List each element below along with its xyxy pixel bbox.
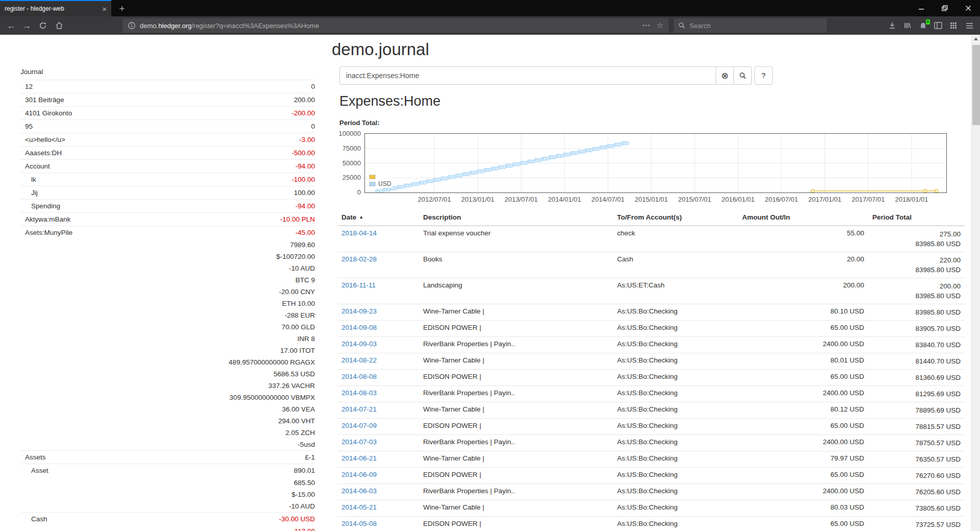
back-button[interactable]: ← (4, 18, 18, 33)
register-row[interactable]: 2014-08-22Wine-Tarner Cable |As:US:Bo:Ch… (337, 353, 965, 370)
chart-legend: USD (368, 173, 393, 188)
window-close-button[interactable] (957, 0, 980, 16)
register-row[interactable]: 2014-05-08EDISON POWER |As:US:Bo:Checkin… (337, 517, 965, 531)
window-restore-button[interactable] (933, 0, 957, 16)
transaction-date-link[interactable]: 2014-08-22 (341, 356, 377, 364)
account-balance: -288 EUR (285, 309, 315, 321)
sidebar-account-row[interactable]: Spending-94.00 (20, 199, 315, 212)
sidebar-account-row[interactable]: Assets£-1 (20, 450, 315, 464)
transaction-date-link[interactable]: 2014-05-08 (341, 520, 377, 527)
transaction-date-link[interactable]: 2014-07-03 (341, 438, 377, 446)
clear-query-button[interactable]: ⊗ (716, 66, 734, 85)
transaction-date-link[interactable]: 2014-08-03 (341, 389, 377, 397)
account-name[interactable]: Assets (20, 452, 46, 462)
transaction-date-link[interactable]: 2014-05-21 (341, 503, 377, 511)
register-row[interactable]: 2018-02-28BooksCash20.00220.0083985.80 U… (337, 252, 965, 278)
account-name[interactable]: lk (20, 175, 36, 184)
downloads-button[interactable] (886, 19, 899, 32)
transaction-date-link[interactable]: 2014-06-21 (341, 454, 377, 462)
register-row[interactable]: 2014-06-03RiverBank Properties | Payin..… (337, 484, 965, 500)
sidebar-account-row[interactable]: Jij100.00 (20, 186, 315, 199)
transaction-date-link[interactable]: 2014-09-08 (341, 324, 377, 331)
account-name[interactable]: Jij (20, 188, 38, 198)
register-row[interactable]: 2014-07-09EDISON POWER |As:US:Bo:Checkin… (337, 419, 965, 435)
transaction-date-link[interactable]: 2016-11-11 (341, 281, 376, 289)
sidebar-account-row[interactable]: lk-100.00 (20, 173, 315, 186)
sidebar-account-row[interactable]: Asets:MunyPile-45.00 (20, 226, 315, 239)
account-name[interactable]: 12 (20, 82, 33, 91)
transaction-description: Wine-Tarner Cable | (419, 304, 613, 321)
account-name[interactable]: Spending (20, 201, 60, 211)
sidebar-account-row[interactable]: Asset890.01 (20, 464, 315, 477)
transaction-date-link[interactable]: 2014-09-23 (341, 307, 377, 315)
transaction-date-link[interactable]: 2014-06-09 (341, 471, 377, 478)
register-row[interactable]: 2014-06-09EDISON POWER |As:US:Bo:Checkin… (337, 468, 965, 484)
site-info-icon[interactable] (128, 21, 136, 30)
browser-tab[interactable]: register - hledger-web × (0, 0, 111, 16)
sidebar-account-row[interactable]: 301 Beiträge200.00 (20, 93, 315, 106)
account-name[interactable]: 301 Beiträge (20, 95, 64, 105)
transaction-date-link[interactable]: 2018-04-14 (341, 229, 377, 237)
home-button[interactable] (52, 18, 66, 33)
bookmark-star-icon[interactable]: ☆ (657, 21, 664, 30)
account-name[interactable]: Account (20, 161, 50, 171)
account-balance: -45.00 (296, 228, 315, 237)
search-submit-button[interactable] (733, 66, 752, 85)
browser-search-field[interactable]: Search (674, 18, 827, 33)
menu-button[interactable] (963, 19, 976, 32)
register-row[interactable]: 2014-09-23Wine-Tarner Cable |As:US:Bo:Ch… (337, 304, 965, 321)
register-row[interactable]: 2014-07-21Wine-Tarner Cable |As:US:Bo:Ch… (337, 402, 965, 419)
transaction-date-link[interactable]: 2014-07-21 (341, 405, 377, 413)
sidebar-account-row[interactable]: Aaasets:DH-500.00 (20, 146, 315, 159)
account-name[interactable]: Aaasets:DH (20, 148, 62, 158)
page-scrollbar[interactable] (971, 35, 980, 531)
reload-button[interactable] (36, 18, 50, 33)
window-minimize-button[interactable] (910, 0, 933, 16)
account-name[interactable]: 95 (20, 122, 33, 131)
account-name[interactable]: 4101 Girokonto (20, 108, 72, 118)
scrollbar-thumb[interactable] (972, 45, 980, 125)
query-input[interactable] (339, 66, 716, 85)
forward-button[interactable]: → (19, 18, 34, 33)
sidebar-account-row[interactable]: Aktywa:mBank-10.00 PLN (20, 212, 315, 226)
register-row[interactable]: 2014-08-03RiverBank Properties | Payin..… (337, 386, 965, 402)
transaction-date-link[interactable]: 2014-08-08 (341, 373, 377, 380)
extension-button[interactable]: 0 (916, 19, 929, 32)
register-row[interactable]: 2014-09-08EDISON POWER |As:US:Bo:Checkin… (337, 321, 965, 337)
account-name[interactable]: <u>hello</u> (20, 135, 65, 144)
account-name[interactable]: Asets:MunyPile (20, 228, 72, 237)
sidebar-account-row[interactable]: Account-94.00 (20, 159, 315, 173)
register-row[interactable]: 2016-11-11LandscapingAs:US:ET:Cash200.00… (337, 278, 965, 304)
help-button[interactable]: ? (754, 66, 773, 85)
register-row[interactable]: 2014-09-03RiverBank Properties | Payin..… (337, 337, 965, 353)
account-name[interactable]: Aktywa:mBank (20, 214, 70, 224)
register-row[interactable]: 2014-06-21Wine-Tarner Cable |As:US:Bo:Ch… (337, 451, 965, 468)
apps-grid-button[interactable] (947, 19, 960, 32)
sidebar-account-row[interactable]: Cash-30.00 USD (20, 512, 315, 525)
transaction-date-link[interactable]: 2014-06-03 (341, 487, 377, 495)
register-row[interactable]: 2018-04-14Trial expense vouchercheck55.0… (337, 226, 965, 252)
transaction-amount: 2400.00 USD (738, 337, 868, 353)
transaction-date-link[interactable]: 2014-09-03 (341, 340, 377, 348)
library-button[interactable]: 0 (901, 19, 914, 32)
transaction-date-link[interactable]: 2014-07-09 (341, 422, 377, 429)
sidebar-account-row[interactable]: 4101 Girokonto-200.00 (20, 106, 315, 119)
address-bar[interactable]: demo.hledger.org/register?q=inacct%3AExp… (122, 18, 669, 33)
transaction-date-link[interactable]: 2018-02-28 (341, 255, 377, 263)
sidebar-account-row[interactable]: 120 (20, 80, 315, 93)
sidebar-toggle-button[interactable] (932, 19, 945, 32)
tab-close-icon[interactable]: × (102, 5, 107, 13)
register-row[interactable]: 2014-07-03RiverBank Properties | Payin..… (337, 435, 965, 451)
column-header-date[interactable]: Date▲ (337, 209, 419, 226)
sidebar-account-row[interactable]: <u>hello</u>-3.00 (20, 133, 315, 146)
register-row[interactable]: 2014-08-08EDISON POWER |As:US:Bo:Checkin… (337, 370, 965, 386)
page-actions-icon[interactable]: ••• (643, 23, 650, 28)
sidebar-account-row[interactable]: 950 (20, 119, 315, 133)
new-tab-button[interactable]: + (115, 2, 129, 15)
account-name[interactable]: Asset (20, 466, 48, 475)
sidebar-journal-link[interactable]: Journal (20, 67, 315, 80)
register-row[interactable]: 2014-05-21Wine-Tarner Cable |As:US:Bo:Ch… (337, 500, 965, 517)
account-name[interactable]: Cash (20, 514, 47, 524)
url-text[interactable]: demo.hledger.org/register?q=inacct%3AExp… (140, 22, 639, 30)
scrollbar-up-arrow[interactable] (972, 35, 980, 43)
